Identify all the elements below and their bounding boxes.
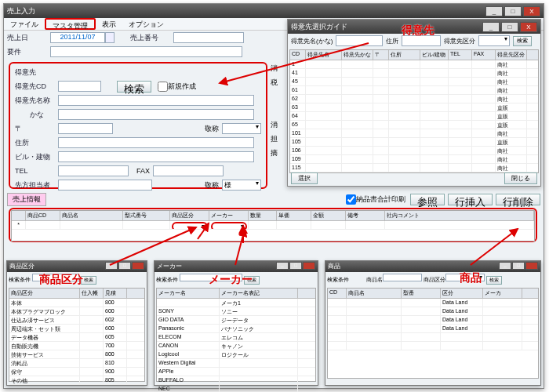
detail-grid-header: 商品CD 商品名 型式番号 商品区分 メーカー 数量 単価 金額 備考 社内コメ… <box>12 211 534 221</box>
deliv-checkbox[interactable] <box>346 194 356 205</box>
table-row[interactable]: 技術サービス800 <box>9 350 144 359</box>
tokui-window: 得意先選択ガイド _ □ X 得意先名(かな) 住所 得意先区分 検索 CD得意… <box>287 19 541 187</box>
table-row[interactable]: 65直販 <box>290 121 538 129</box>
table-row[interactable]: 45商社 <box>290 78 538 86</box>
tokui-close-button[interactable]: 閉じる <box>504 172 537 184</box>
salesno-input[interactable] <box>173 32 244 43</box>
rowins-button[interactable]: 行挿入 <box>448 194 493 205</box>
customer-area: 得意先 得意先CD 検索 新規作成 得意先名称 かな 〒 敬称 住所 ビル・建物… <box>9 62 267 189</box>
table-row[interactable]: 周辺端末・セット類600 <box>9 325 144 333</box>
table-row[interactable]: Western Digital <box>157 359 315 368</box>
table-row[interactable]: GIO DATAジーデータ <box>157 316 315 325</box>
table-row[interactable]: BUFFALO <box>157 376 315 385</box>
min-button[interactable]: _ <box>485 6 503 16</box>
table-row[interactable]: 109商社 <box>290 155 538 164</box>
tokui-kbn-label: 得意先区分 <box>444 37 475 45</box>
table-row[interactable]: 64直販 <box>290 112 538 121</box>
tokui-grid-header: CD得意先名得意先かな〒住所ビル/建物TELFAX得意先区分 <box>290 50 538 60</box>
cust-search-button[interactable]: 検索 <box>117 81 151 93</box>
table-row[interactable]: 106商社 <box>290 147 538 155</box>
bldg-input[interactable] <box>58 151 254 162</box>
calendar-icon[interactable] <box>105 32 115 43</box>
table-row[interactable] <box>328 342 538 350</box>
subject-input[interactable] <box>50 46 242 57</box>
keisho-label: 敬称 <box>205 124 219 134</box>
menu-view[interactable]: 表示 <box>96 18 122 30</box>
table-row[interactable]: CANONキャノン <box>157 342 315 350</box>
person-keisho-combo[interactable]: 様 <box>222 180 261 191</box>
tokui-select-button[interactable]: 選択 <box>291 172 318 184</box>
menu-master[interactable]: マスタ管理 <box>45 18 96 30</box>
maker-grid[interactable]: メーカー名メーカー名表記メーカ1SONYソニーGIO DATAジーデータPana… <box>156 288 316 382</box>
tokui-kana-input[interactable] <box>336 35 383 46</box>
table-row[interactable]: 自動販売機700 <box>9 342 144 350</box>
table-row[interactable]: 62商社 <box>290 95 538 103</box>
table-row[interactable]: 101商社 <box>290 129 538 138</box>
table-row[interactable]: 115商社 <box>290 164 538 172</box>
tel-label: TEL <box>15 167 58 175</box>
maker-callout: メーカー <box>209 273 253 287</box>
person-keisho-label: 敬称 <box>205 180 219 191</box>
menu-option[interactable]: オプション <box>122 18 170 30</box>
tokui-min[interactable]: _ <box>482 22 500 32</box>
table-row[interactable]: 61商社 <box>290 86 538 95</box>
person-input[interactable] <box>58 180 152 191</box>
table-row[interactable]: 63直販 <box>290 103 538 112</box>
tokui-kbn-combo[interactable] <box>478 35 510 46</box>
tel-input[interactable] <box>58 165 129 176</box>
shohin-search-btn[interactable]: 検索 <box>486 276 502 285</box>
table-row[interactable]: 仕込み済サービス602 <box>9 316 144 325</box>
addr-label: 住所 <box>15 138 58 148</box>
table-row[interactable]: Panasonicパナソニック <box>157 325 315 333</box>
keisho-combo[interactable] <box>222 123 261 134</box>
table-row[interactable]: Logicoolロジクール <box>157 350 315 359</box>
table-row[interactable]: NEC <box>157 385 315 392</box>
date-input[interactable]: 2011/11/07 <box>50 32 105 43</box>
kbn-grid[interactable]: 商品区分仕入帳見積本体800本体プラグマブロック600仕込み済サービス602周辺… <box>9 288 145 382</box>
tokui-max[interactable]: □ <box>501 22 518 32</box>
ref-button[interactable]: 参照 <box>410 194 445 205</box>
shohin-name-input[interactable] <box>383 274 422 281</box>
tokui-callout: 得意先 <box>402 24 434 38</box>
table-row[interactable]: 本体800 <box>9 299 144 307</box>
tokui-search-button[interactable]: 検索 <box>513 36 532 46</box>
table-row[interactable]: 保守900 <box>9 368 144 376</box>
kana-input[interactable] <box>58 109 254 120</box>
close-button[interactable]: X <box>523 6 540 16</box>
cust-cd-input[interactable] <box>58 81 101 92</box>
table-row[interactable]: Data Land <box>328 316 538 325</box>
shohin-grid[interactable]: CD商品名型番区分メーカData LandData LandData LandD… <box>327 288 539 379</box>
tab-active[interactable]: 売上情報 <box>7 193 46 206</box>
table-row[interactable]: ELECOMエレコム <box>157 333 315 342</box>
cust-name-input[interactable] <box>58 95 254 106</box>
menu-file[interactable]: ファイル <box>4 18 45 30</box>
table-row[interactable]: メーカ1 <box>157 299 315 307</box>
table-row[interactable]: Data Land <box>328 325 538 333</box>
table-row[interactable]: 本体プラグマブロック600 <box>9 307 144 316</box>
table-row[interactable]: Data Land <box>328 307 538 316</box>
rowdel-button[interactable]: 行削除 <box>496 194 540 205</box>
new-checkbox[interactable] <box>158 82 168 92</box>
cust-header: 得意先 <box>15 67 58 78</box>
kana-label: かな <box>15 110 58 120</box>
table-row[interactable]: APPle <box>157 368 315 376</box>
table-row[interactable]: その他805 <box>9 376 144 385</box>
table-row[interactable]: 105直販 <box>290 138 538 147</box>
kbn-cell-combo[interactable] <box>172 222 208 229</box>
table-row[interactable]: データ機器605 <box>9 333 144 342</box>
max-button[interactable]: □ <box>504 6 522 16</box>
tokui-grid[interactable]: CD得意先名得意先かな〒住所ビル/建物TELFAX得意先区分 1商社41商社45… <box>289 49 539 173</box>
table-row[interactable]: 消耗品810 <box>9 359 144 368</box>
table-row[interactable]: Data Land <box>328 299 538 307</box>
table-row[interactable] <box>328 333 538 342</box>
tokui-close[interactable]: X <box>520 22 537 32</box>
table-row[interactable]: 1商社 <box>290 60 538 69</box>
tokui-kana-label: 得意先名(かな) <box>291 37 333 45</box>
table-row[interactable]: 41商社 <box>290 69 538 78</box>
zip-input[interactable] <box>58 123 113 134</box>
table-row[interactable]: * <box>12 221 534 230</box>
fax-input[interactable] <box>153 165 224 176</box>
addr-input[interactable] <box>58 137 254 148</box>
maker-cell-combo[interactable] <box>211 222 247 229</box>
table-row[interactable]: SONYソニー <box>157 307 315 316</box>
